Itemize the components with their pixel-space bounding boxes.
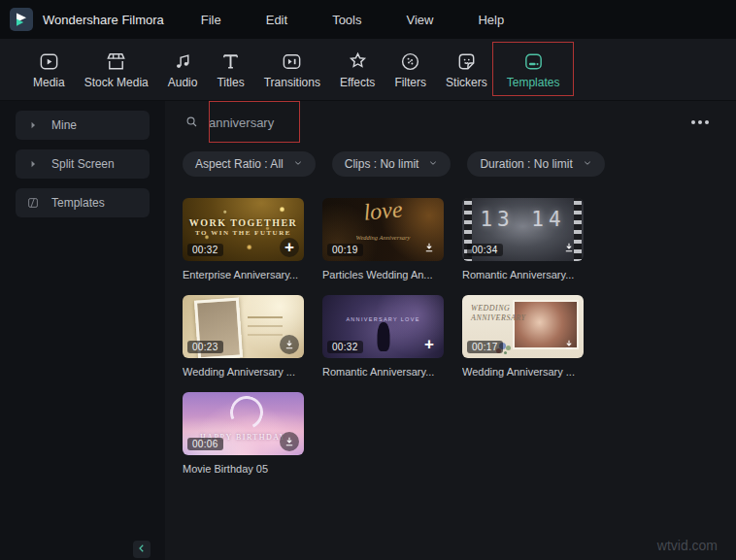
filter-dropdown-0[interactable]: Aspect Ratio : All [183, 151, 316, 177]
toolbar-item-stickers[interactable]: Stickers [436, 49, 497, 89]
menubar-item-tools[interactable]: Tools [332, 13, 361, 27]
templates-icon [521, 49, 545, 73]
main-area: Mine Split Screen Templates Aspect Ra [0, 101, 736, 560]
sidebar-item-label: Split Screen [51, 157, 115, 171]
filter-row: Aspect Ratio : All Clips : No limit Dura… [183, 151, 736, 177]
chevron-down-icon [428, 157, 438, 171]
add-to-timeline-button[interactable]: + [419, 335, 439, 354]
thumbnail-overlay-text: love [322, 198, 444, 229]
thumbnail-overlay-text: 13 14 [462, 208, 584, 231]
sidebar: Mine Split Screen Templates [0, 101, 165, 560]
download-button[interactable] [280, 432, 299, 451]
duration-badge: 00:23 [187, 341, 223, 353]
template-name: Wedding Anniversary ... [183, 366, 304, 378]
duration-badge: 00:32 [187, 244, 223, 256]
template-thumbnail[interactable]: 00:23 [183, 295, 304, 358]
duration-badge: 00:17 [467, 341, 503, 353]
sidebar-item-label: Templates [51, 196, 105, 210]
template-thumbnail[interactable]: 13 14 00:34 [462, 198, 584, 261]
thumbnail-overlay-text: ANNIVERSARY LOVE [322, 316, 444, 322]
content-panel: Aspect Ratio : All Clips : No limit Dura… [165, 101, 736, 560]
template-card[interactable]: 00:23 Wedding Anniversary ... [183, 295, 304, 378]
thumbnail-overlay-text: TO WIN THE FUTURE [183, 229, 304, 237]
search-input[interactable] [209, 115, 316, 130]
download-button[interactable] [559, 238, 579, 257]
menubar-item-help[interactable]: Help [478, 13, 504, 27]
stock-media-icon [105, 49, 128, 73]
template-name: Enterprise Anniversary... [183, 269, 304, 280]
duration-badge: 00:06 [187, 438, 223, 450]
sidebar-items: Mine Split Screen Templates [0, 111, 165, 217]
watermark: wtvid.com [657, 538, 718, 553]
template-thumbnail[interactable]: love Wedding Anniversary 00:19 [322, 198, 444, 261]
audio-icon [171, 49, 194, 73]
filter-dropdown-2[interactable]: Duration : No limit [467, 151, 604, 177]
filmora-logo-icon [10, 8, 33, 31]
template-card[interactable]: HAPPY BIRTHDAY 00:06 Movie Birthday 05 [183, 392, 304, 475]
toolbar-item-label: Titles [217, 76, 244, 89]
template-thumbnail[interactable]: WEDDING ANNIVERSARY 00:17 [462, 295, 584, 358]
download-button[interactable] [280, 335, 299, 354]
template-thumbnail[interactable]: HAPPY BIRTHDAY 00:06 [183, 392, 304, 455]
chevron-down-icon [583, 157, 592, 171]
download-button[interactable] [419, 238, 439, 257]
thumbnail-overlay-text: WEDDING [471, 304, 527, 313]
download-button[interactable] [559, 335, 579, 354]
template-card[interactable]: WEDDING ANNIVERSARY 00:17 Wedding Annive… [462, 295, 584, 378]
chevron-right-icon [25, 156, 41, 172]
menubar-items: FileEditToolsViewHelp [201, 13, 504, 27]
media-icon [37, 49, 60, 73]
chevron-left-icon [136, 541, 148, 558]
template-thumbnail[interactable]: WORK TOGETHER TO WIN THE FUTURE 00:32 + [183, 198, 304, 261]
filter-label: Aspect Ratio : All [195, 157, 284, 171]
menubar-item-view[interactable]: View [406, 13, 433, 27]
toolbar-item-media[interactable]: Media [23, 49, 75, 89]
toolbar-item-label: Stickers [446, 76, 487, 89]
thumbnail-overlay-text: WORK TOGETHER [183, 217, 304, 228]
filter-label: Duration : No limit [480, 157, 572, 171]
search-bar [183, 101, 736, 144]
titles-icon [219, 49, 243, 73]
template-thumbnail[interactable]: ANNIVERSARY LOVE 00:32 + [322, 295, 444, 358]
sidebar-item-split-screen[interactable]: Split Screen [16, 149, 150, 179]
template-name: Particles Wedding An... [322, 269, 444, 280]
toolbar-item-label: Templates [507, 76, 560, 89]
template-name: Wedding Anniversary ... [462, 366, 584, 378]
collapse-sidebar-button[interactable] [133, 541, 151, 558]
menubar-item-file[interactable]: File [201, 13, 221, 27]
ellipsis-icon [691, 120, 695, 124]
toolbar-item-audio[interactable]: Audio [158, 49, 208, 89]
filters-icon [399, 49, 422, 73]
template-card[interactable]: ANNIVERSARY LOVE 00:32 + Romantic Annive… [322, 295, 444, 378]
template-grid: WORK TOGETHER TO WIN THE FUTURE 00:32 + … [183, 198, 736, 475]
toolbar-item-transitions[interactable]: Transitions [254, 49, 330, 89]
toolbar-item-label: Transitions [264, 76, 320, 89]
sidebar-item-templates[interactable]: Templates [16, 188, 150, 217]
search-icon [184, 115, 200, 130]
stickers-icon [454, 49, 478, 73]
toolbar-item-label: Audio [168, 76, 198, 89]
toolbar-item-stock-media[interactable]: Stock Media [75, 49, 158, 89]
template-card[interactable]: WORK TOGETHER TO WIN THE FUTURE 00:32 + … [183, 198, 304, 280]
more-options-button[interactable] [689, 115, 711, 130]
filter-dropdown-1[interactable]: Clips : No limit [332, 151, 452, 177]
menubar: Wondershare Filmora FileEditToolsViewHel… [0, 0, 736, 39]
sidebar-item-mine[interactable]: Mine [16, 111, 150, 140]
toolbar-item-templates[interactable]: Templates [497, 49, 570, 89]
template-card[interactable]: love Wedding Anniversary 00:19 Particles… [322, 198, 444, 280]
toolbar-item-titles[interactable]: Titles [207, 49, 253, 89]
app-title: Wondershare Filmora [43, 13, 164, 27]
chevron-right-icon [25, 117, 41, 133]
transitions-icon [281, 49, 304, 73]
toolbar-item-label: Media [33, 76, 65, 89]
menubar-item-edit[interactable]: Edit [266, 13, 287, 27]
filter-label: Clips : No limit [345, 157, 419, 171]
toolbar-item-effects[interactable]: Effects [330, 49, 385, 89]
add-to-timeline-button[interactable]: + [280, 238, 299, 257]
duration-badge: 00:34 [467, 244, 503, 256]
templates-pane-icon [25, 195, 41, 211]
template-card[interactable]: 13 14 00:34 Romantic Anniversary... [462, 198, 584, 280]
template-name: Movie Birthday 05 [183, 463, 304, 475]
toolbar-item-filters[interactable]: Filters [385, 49, 436, 89]
toolbar: Media Stock Media Audio Titles Transitio… [0, 39, 736, 101]
